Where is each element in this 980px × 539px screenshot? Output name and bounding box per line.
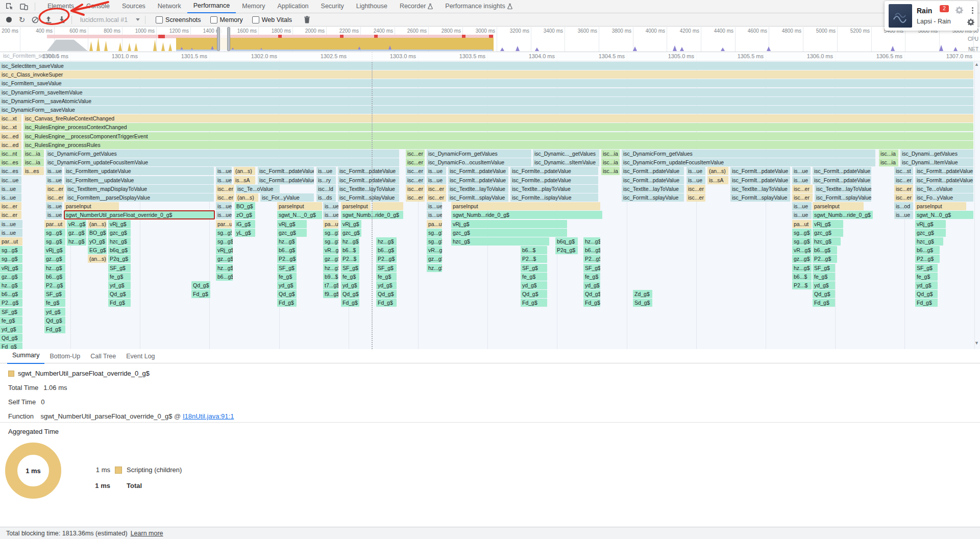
flame-bar[interactable]: isc_FormIt...splayValue xyxy=(338,193,399,202)
flame-bar[interactable]: is...sA xyxy=(234,176,255,184)
flame-bar[interactable]: isc_TextIte...layToValue xyxy=(730,185,790,193)
flame-bar[interactable]: hz...g$ xyxy=(216,264,233,272)
flame-bar[interactable]: vRj_g$ xyxy=(108,220,131,228)
profile-target-select[interactable]: lucidcrm.local #1 xyxy=(80,16,128,23)
flame-bar[interactable]: Fd_g$ xyxy=(191,290,210,298)
flame-bar[interactable]: isc_Dynami...getValues xyxy=(900,150,973,158)
tab-network[interactable]: Network xyxy=(152,0,187,13)
flame-bar[interactable]: isc_FormIte...isplayValue xyxy=(510,193,598,202)
flame-bar[interactable]: isc...er xyxy=(0,202,21,210)
flame-bar[interactable]: isc_TextIte...layToValue xyxy=(622,185,684,193)
flame-bar[interactable]: isc_RulesEngine_processContextChanged xyxy=(23,123,973,131)
garbage-collect-icon[interactable] xyxy=(302,15,311,24)
flame-bar[interactable]: hz...g$ xyxy=(583,237,600,246)
flame-bar[interactable]: P2...$ xyxy=(521,255,547,263)
flame-bar[interactable]: is...ue xyxy=(216,167,232,175)
flame-bar[interactable]: isc_DynamicForm_getValues xyxy=(46,150,399,158)
flame-bar[interactable]: isc...er xyxy=(216,193,234,202)
flame-bar[interactable]: sg...g$ xyxy=(792,237,812,246)
flame-bar[interactable]: isc_Dynamic...sItemValue xyxy=(533,158,599,166)
flame-bar[interactable]: isc...ed xyxy=(0,132,21,140)
flame-bar[interactable]: isc_FormIt...pdateValue xyxy=(258,176,314,184)
tab-performance[interactable]: Performance xyxy=(187,0,236,14)
flame-bar[interactable]: gz...g$ xyxy=(0,273,22,281)
flame-bar[interactable]: (an...s) xyxy=(707,167,728,175)
flame-bar[interactable]: gz...g$ xyxy=(323,255,338,263)
flame-bar[interactable]: is...ue xyxy=(46,202,62,210)
flame-bar[interactable]: isc...xt xyxy=(0,114,21,122)
flame-bar[interactable]: isc...er xyxy=(427,193,446,202)
flame-bar[interactable]: P2...g$ xyxy=(583,255,600,263)
flame-bar[interactable]: is...ue xyxy=(0,229,22,237)
flame-bar[interactable]: is...ue xyxy=(427,167,446,175)
flame-bar[interactable]: Fd_g$ xyxy=(341,299,359,307)
flame-bar[interactable]: is...ue xyxy=(216,202,232,210)
tab-memory[interactable]: Memory xyxy=(236,0,271,13)
flame-bar[interactable]: gz...g$ xyxy=(67,229,86,237)
flame-bar[interactable]: EG_g$ xyxy=(88,246,107,254)
tab-security[interactable]: Security xyxy=(315,0,350,13)
flame-bar[interactable]: isc_Te...oValue xyxy=(236,185,280,193)
flame-bar[interactable]: isc_FormIt...pdateValue xyxy=(448,176,508,184)
flame-bar[interactable]: hzc_g$ xyxy=(813,237,841,246)
flame-bar[interactable]: par...ut xyxy=(44,220,65,228)
flame-bar[interactable]: gzc_g$ xyxy=(341,229,361,237)
flame-bar[interactable]: isc...ia xyxy=(601,167,620,175)
flame-bar[interactable]: isc_FormItem__updateValue xyxy=(64,176,214,184)
flame-bar[interactable]: fe_g$ xyxy=(813,273,835,281)
flame-bar[interactable]: hzc_g$ xyxy=(915,237,943,246)
flame-bar[interactable]: sg...g$ xyxy=(0,246,22,254)
flame-bar[interactable]: is...ue xyxy=(46,176,62,184)
flame-bar[interactable]: isc...er xyxy=(894,176,913,184)
tab-console[interactable]: Console xyxy=(80,0,116,13)
flame-bar[interactable]: isc...er xyxy=(687,193,705,202)
screenshots-checkbox[interactable]: Screenshots xyxy=(156,16,201,23)
flame-bar[interactable]: (an...s) xyxy=(234,167,255,175)
more-options-icon[interactable] xyxy=(972,7,973,14)
flame-bar[interactable]: fe_g$ xyxy=(521,273,547,281)
flame-bar[interactable]: vRj_g$ xyxy=(0,264,22,272)
tab-bottom-up[interactable]: Bottom-Up xyxy=(44,350,85,363)
flame-bar[interactable]: isc...er xyxy=(406,176,425,184)
flame-bar[interactable]: parseInput xyxy=(915,202,966,210)
tab-elements[interactable]: Elements xyxy=(41,0,80,13)
flame-bar[interactable]: yd_g$ xyxy=(583,281,600,289)
flame-bar[interactable]: BO_g$ xyxy=(88,229,107,237)
flame-bar[interactable]: b6...g$ xyxy=(583,246,600,254)
flame-bar[interactable]: Qd_g$ xyxy=(44,316,65,325)
flame-bar[interactable]: sg...g$ xyxy=(216,237,233,246)
source-location-link[interactable]: I18nUtil.java:91:1 xyxy=(183,412,234,420)
flame-bar[interactable]: sg...g$ xyxy=(0,255,22,263)
flame-bar[interactable]: is...ue xyxy=(687,176,705,184)
flame-bar[interactable]: yL_g$ xyxy=(235,229,255,237)
flame-bar[interactable]: isc...ed xyxy=(0,141,21,149)
flame-bar[interactable]: (an...s) xyxy=(88,255,107,263)
flame-bar[interactable]: Qd_g$ xyxy=(277,290,297,298)
flame-bar[interactable]: BO_g$ xyxy=(235,202,255,210)
flame-bar[interactable]: sg...g$ xyxy=(323,229,338,237)
flame-bar[interactable]: isc_FormIt...pdateValue xyxy=(258,167,314,175)
flame-bar[interactable]: isc_FormItem_saveValue xyxy=(0,79,973,87)
flame-bar[interactable]: parseInput xyxy=(341,202,371,210)
flame-bar[interactable]: Qd_g$ xyxy=(191,281,210,289)
flame-bar[interactable]: (an...s) xyxy=(88,220,107,228)
flame-chart[interactable]: isc_FormItem_setValue 1300.5 ms1301.0 ms… xyxy=(0,52,980,349)
flame-bar[interactable]: hz...g$ xyxy=(67,237,86,246)
record-button[interactable] xyxy=(4,15,13,24)
flame-bar[interactable]: is...ue xyxy=(427,176,446,184)
flame-bar[interactable]: isc_FormIt...splayValue xyxy=(730,193,790,202)
flame-bar[interactable]: fe_g$ xyxy=(583,273,600,281)
flame-bar[interactable]: isc...er xyxy=(894,185,913,193)
flame-bar[interactable]: Qd_g$ xyxy=(521,290,547,298)
flame-bar[interactable]: sgwt_Numb...ride_0_g$ xyxy=(451,211,602,219)
flame-bar[interactable]: f9...g$ xyxy=(323,290,338,298)
flame-bar[interactable]: is...od xyxy=(894,202,913,210)
flame-bar[interactable]: isc_RulesEngine_processRules xyxy=(23,141,973,149)
flame-bar[interactable]: isc...er xyxy=(406,193,425,202)
flame-bar[interactable]: yd_g$ xyxy=(521,281,547,289)
flame-bar[interactable]: isc...er xyxy=(216,185,234,193)
flame-bar[interactable]: is...ry xyxy=(316,176,336,184)
flame-bar[interactable]: Fd_g$ xyxy=(521,299,547,307)
flame-bar[interactable]: parseInput xyxy=(277,202,322,210)
flame-bar[interactable]: isc...es xyxy=(0,158,21,166)
